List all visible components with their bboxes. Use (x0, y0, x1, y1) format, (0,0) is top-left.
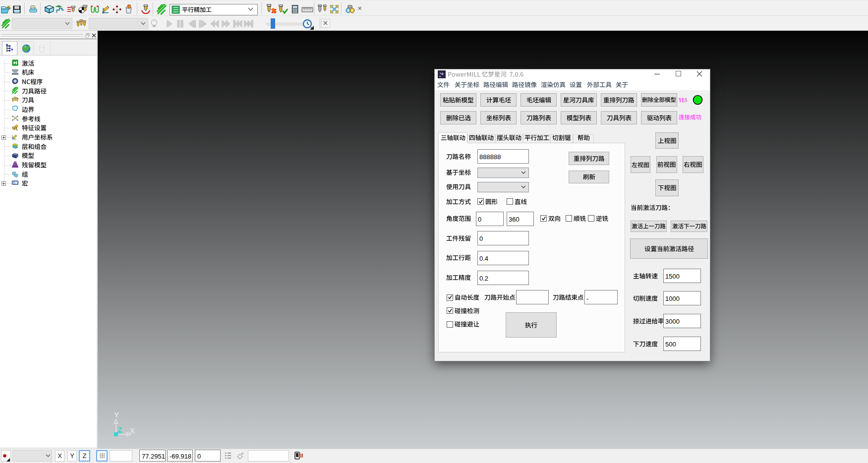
svg-text:Y: Y (114, 410, 119, 419)
svg-text:X: X (130, 426, 135, 435)
svg-text:Z: Z (117, 425, 122, 434)
